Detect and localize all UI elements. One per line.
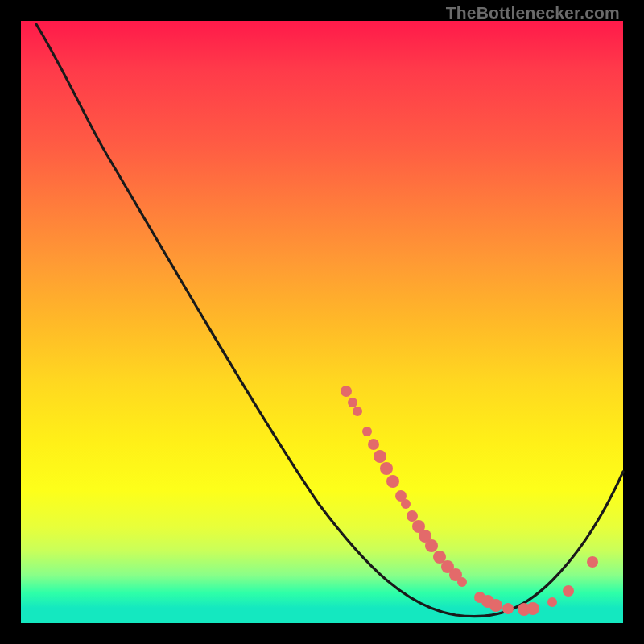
curve-dot: [457, 577, 467, 587]
curve-dot: [386, 475, 399, 488]
curve-dot: [374, 450, 386, 463]
curve-dot: [489, 599, 502, 612]
curve-dot: [380, 462, 393, 475]
bottleneck-curve-chart: [21, 21, 623, 623]
curve-dot: [425, 539, 438, 552]
curve-dot: [353, 407, 362, 416]
plot-area: [21, 21, 623, 623]
curve-dot-group: [341, 386, 598, 616]
bottleneck-curve: [36, 24, 623, 617]
curve-dot: [547, 597, 557, 607]
curve-dot: [526, 602, 539, 615]
watermark-text: TheBottlenecker.com: [446, 3, 620, 23]
curve-dot: [368, 439, 379, 450]
curve-dot: [563, 585, 574, 597]
curve-dot: [587, 556, 598, 568]
curve-dot: [348, 398, 357, 407]
curve-dot: [502, 603, 514, 614]
curve-dot: [362, 427, 372, 436]
curve-dot: [341, 386, 352, 397]
curve-dot: [401, 499, 411, 509]
curve-dot: [407, 510, 418, 522]
